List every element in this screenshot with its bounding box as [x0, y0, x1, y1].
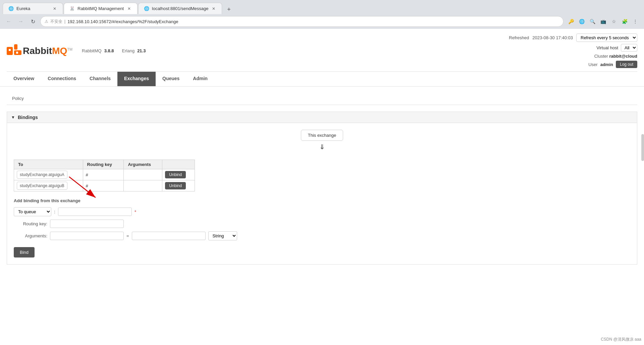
logo-tm: TM	[67, 47, 72, 51]
add-binding-form: Add binding from this exchange To queue …	[14, 198, 630, 257]
address-bar: ← → ↻ ⚠ 不安全 | 192.168.10.140:15672/#/exc…	[0, 14, 644, 29]
required-mark: *	[135, 209, 136, 215]
bookmark-icon[interactable]: ☆	[609, 17, 619, 26]
cast-icon[interactable]: 📺	[598, 17, 608, 26]
queue-name-b: studyExchange.atguiguB	[17, 182, 67, 190]
refresh-button[interactable]: ↻	[28, 17, 38, 26]
main-nav: Overview Connections Channels Exchanges …	[7, 71, 637, 86]
translate-icon[interactable]: 🌐	[577, 17, 586, 26]
sub-nav: Policy	[7, 93, 637, 105]
user-label: User	[588, 62, 597, 67]
col-routing-key: Routing key	[83, 160, 124, 169]
watermark: CSDN @清风微凉 aaa	[601, 337, 641, 342]
zoom-icon[interactable]: 🔍	[588, 17, 597, 26]
bindings-collapse-icon: ▼	[11, 115, 15, 120]
cluster-label: Cluster	[594, 54, 608, 59]
nav-channels[interactable]: Channels	[83, 72, 117, 86]
refresh-select[interactable]: Refresh every 5 seconds No refresh	[576, 34, 637, 42]
user-row: User admin Log out	[588, 61, 637, 68]
binding-action-b: Unbind	[162, 180, 195, 191]
vhost-row: Virtual host All /	[596, 44, 637, 52]
to-name-input[interactable]	[58, 208, 132, 216]
separator: |	[64, 19, 65, 24]
nav-connections[interactable]: Connections	[41, 72, 83, 86]
content-area: Policy ▼ Bindings This exchange ⇓	[0, 87, 644, 278]
back-button[interactable]: ←	[4, 17, 13, 26]
app-header: RabbitMQTM RabbitMQ 3.8.8 Erlang 21.3 Re…	[0, 29, 644, 87]
tab-sendmessage[interactable]: 🌐 localhost:8801/sendMessage ✕	[138, 3, 222, 14]
exchange-box: This exchange	[301, 130, 343, 141]
tab-close-eureka[interactable]: ✕	[52, 6, 57, 11]
col-arguments: Arguments	[124, 160, 162, 169]
nav-queues[interactable]: Queues	[156, 72, 186, 86]
address-bar-icons: 🔑 🌐 🔍 📺 ☆ 🧩 ⋮	[566, 17, 640, 26]
menu-icon[interactable]: ⋮	[631, 17, 640, 26]
routing-key-input[interactable]	[50, 220, 124, 228]
svg-rect-4	[16, 52, 18, 54]
exchange-diagram: This exchange ⇓	[14, 130, 630, 153]
refreshed-time: 2023-08-30 17:40:03	[532, 35, 573, 40]
tab-eureka[interactable]: 🌐 Eureka ✕	[3, 3, 63, 14]
header-top: RabbitMQTM RabbitMQ 3.8.8 Erlang 21.3 Re…	[7, 29, 637, 71]
rabbit-logo-icon	[7, 44, 21, 58]
sub-nav-policy[interactable]: Policy	[7, 93, 29, 105]
cluster-name: rabbit@cloud	[609, 54, 637, 59]
erlang-label: Erlang	[122, 48, 135, 53]
arguments-value-input[interactable]	[132, 232, 206, 240]
form-row-arguments: Arguments: = String Number Boolean	[14, 231, 630, 240]
form-row-to: To queue To exchange : *	[14, 207, 630, 216]
binding-routing-key-a: #	[83, 169, 124, 180]
forward-button[interactable]: →	[16, 17, 25, 26]
svg-rect-1	[14, 44, 17, 50]
binding-arguments-b	[124, 180, 162, 191]
logo-rabbit: Rabbit	[23, 46, 52, 56]
bindings-header[interactable]: ▼ Bindings	[7, 112, 637, 123]
user-name: admin	[600, 62, 613, 67]
queue-name-a: studyExchange.atguiguA	[17, 171, 67, 179]
binding-row-b: studyExchange.atguiguB # Unbind	[14, 180, 195, 191]
arguments-type-select[interactable]: String Number Boolean	[208, 231, 237, 240]
tab-favicon-rabbitmq: 🐰	[69, 6, 75, 11]
tab-close-rabbitmq[interactable]: ✕	[126, 6, 132, 11]
tab-close-sendmessage[interactable]: ✕	[211, 6, 216, 11]
bindings-content: This exchange ⇓ To Routing key Arguments	[7, 123, 637, 265]
bindings-title: Bindings	[18, 115, 38, 120]
col-to: To	[14, 160, 83, 169]
rabbitmq-version-label: RabbitMQ	[82, 48, 102, 53]
nav-admin[interactable]: Admin	[186, 72, 214, 86]
unbind-button-b[interactable]: Unbind	[165, 182, 186, 189]
unbind-button-a[interactable]: Unbind	[165, 171, 186, 178]
key-icon[interactable]: 🔑	[566, 17, 576, 26]
to-type-select[interactable]: To queue To exchange	[14, 207, 51, 216]
tab-title-eureka: Eureka	[16, 6, 30, 11]
binding-to-b: studyExchange.atguiguB	[14, 180, 83, 191]
bindings-section: ▼ Bindings This exchange ⇓ To Routing ke	[7, 112, 637, 265]
tab-bar: 🌐 Eureka ✕ 🐰 RabbitMQ Management ✕ 🌐 loc…	[0, 0, 644, 14]
new-tab-button[interactable]: +	[224, 5, 233, 14]
logout-button[interactable]: Log out	[616, 61, 637, 68]
tab-rabbitmq[interactable]: 🐰 RabbitMQ Management ✕	[64, 3, 138, 14]
scrollbar[interactable]	[641, 134, 644, 161]
form-row-routing-key: Routing key:	[14, 220, 630, 228]
erlang-version: 21.3	[137, 48, 146, 53]
refreshed-label: Refreshed	[509, 35, 529, 40]
extension-icon[interactable]: 🧩	[620, 17, 629, 26]
bind-button[interactable]: Bind	[14, 247, 35, 257]
header-right: Refreshed 2023-08-30 17:40:03 Refresh ev…	[509, 34, 637, 68]
bindings-table: To Routing key Arguments studyExchange.a…	[14, 160, 195, 191]
binding-action-a: Unbind	[162, 169, 195, 180]
vhost-label: Virtual host	[596, 45, 618, 50]
vhost-select[interactable]: All /	[621, 44, 637, 52]
bindings-table-container: To Routing key Arguments studyExchange.a…	[14, 160, 630, 191]
nav-exchanges[interactable]: Exchanges	[117, 72, 156, 86]
security-icon: ⚠	[45, 19, 48, 24]
browser-chrome: 🌐 Eureka ✕ 🐰 RabbitMQ Management ✕ 🌐 loc…	[0, 0, 644, 29]
nav-overview[interactable]: Overview	[7, 72, 41, 86]
url-bar[interactable]: ⚠ 不安全 | 192.168.10.140:15672/#/exchanges…	[40, 16, 564, 27]
add-binding-title: Add binding from this exchange	[14, 198, 630, 203]
arguments-label: Arguments:	[14, 233, 47, 238]
equals-sign: =	[126, 233, 129, 238]
tab-title-rabbitmq: RabbitMQ Management	[77, 6, 124, 11]
col-action	[162, 160, 195, 169]
arguments-key-input[interactable]	[50, 232, 124, 240]
